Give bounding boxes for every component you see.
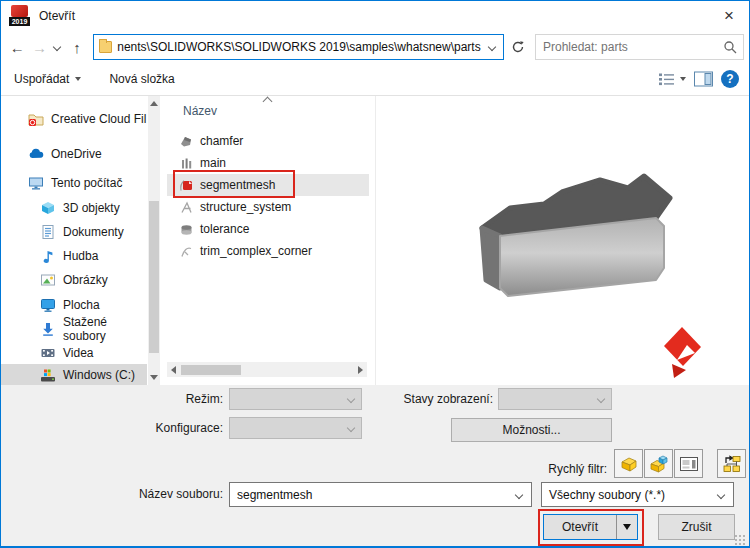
- scroll-up-icon[interactable]: [150, 101, 158, 106]
- quick-filter-label: Rychlý filtr:: [497, 462, 607, 476]
- chevron-down-icon: [597, 395, 605, 403]
- new-folder-label: Nová složka: [109, 72, 174, 86]
- video-icon: [40, 345, 56, 361]
- solidworks-year-label: 2019: [9, 17, 30, 26]
- filename-input[interactable]: segmentmesh: [229, 482, 532, 507]
- open-button[interactable]: Otevřít: [544, 515, 616, 539]
- filetype-combobox[interactable]: Všechny soubory (*.*): [541, 482, 734, 507]
- sidebar-item-documents[interactable]: Dokumenty: [1, 221, 147, 243]
- mode-label: Režim:: [123, 392, 223, 406]
- preview-pane-icon[interactable]: [694, 71, 713, 87]
- sidebar-item-label: Creative Cloud Fil: [51, 112, 146, 126]
- search-placeholder[interactable]: Prohledat: parts: [536, 40, 717, 54]
- download-arrow-icon: [40, 321, 56, 337]
- display-states-label: Stavy zobrazení:: [371, 392, 493, 406]
- 3d-cube-icon: [40, 200, 56, 216]
- organize-label: Uspořádat: [14, 72, 69, 86]
- column-header-name[interactable]: Název: [183, 104, 217, 118]
- chevron-down-icon: [347, 395, 355, 403]
- assembly-filter-icon: [649, 454, 669, 474]
- file-row-main[interactable]: main: [167, 152, 369, 174]
- filelist-horizontal-scrollbar[interactable]: [167, 362, 367, 377]
- organize-menu[interactable]: Uspořádat: [14, 72, 81, 86]
- address-bar[interactable]: nents\SOLIDWORKS\SOLIDWORKS 2019\samples…: [93, 34, 503, 60]
- search-box[interactable]: Prohledat: parts: [535, 34, 744, 60]
- scroll-down-icon[interactable]: [150, 375, 158, 380]
- chevron-down-icon: [717, 490, 725, 498]
- scroll-right-icon[interactable]: [358, 366, 363, 374]
- configuration-label: Konfigurace:: [123, 421, 223, 435]
- view-mode-button[interactable]: [658, 72, 686, 87]
- chevron-down-icon: [487, 43, 495, 51]
- resize-grip[interactable]: [734, 534, 746, 546]
- back-button[interactable]: ←: [5, 39, 29, 56]
- search-icon[interactable]: [717, 40, 743, 54]
- filter-top-level-button[interactable]: [717, 449, 746, 478]
- sidebar-item-desktop[interactable]: Plocha: [1, 294, 147, 316]
- file-row-trim-complex-corner[interactable]: trim_complex_corner: [167, 240, 369, 262]
- refresh-button[interactable]: [506, 34, 530, 60]
- folder-icon: [99, 41, 112, 53]
- sidebar-item-3d-objects[interactable]: 3D objekty: [1, 197, 147, 219]
- magnifier-icon: [723, 40, 737, 54]
- options-button[interactable]: Možnosti...: [451, 418, 612, 442]
- forward-button: →: [29, 39, 50, 56]
- dialog-bottom-panel: Režim: Stavy zobrazení: Konfigurace: Mož…: [1, 385, 749, 547]
- scrollbar-thumb[interactable]: [149, 201, 159, 353]
- filter-drawings-button[interactable]: [674, 449, 703, 478]
- solidworks-part-logo: [662, 326, 702, 380]
- navigation-row: ← → ↑ nents\SOLIDWORKS\SOLIDWORKS 2019\s…: [1, 31, 749, 63]
- solidworks-cube-icon: [11, 5, 28, 17]
- file-row-chamfer[interactable]: chamfer: [167, 130, 369, 152]
- recent-locations-dropdown[interactable]: [50, 44, 65, 50]
- part-file-icon: [179, 200, 194, 215]
- creative-cloud-icon: [28, 111, 44, 127]
- sidebar-item-onedrive[interactable]: OneDrive: [1, 143, 147, 165]
- sidebar-item-label: Windows (C:): [63, 368, 135, 382]
- sidebar-item-pictures[interactable]: Obrázky: [1, 269, 147, 291]
- sidebar-item-downloads[interactable]: Stažené soubory: [1, 318, 147, 340]
- file-row-tolerance[interactable]: tolerance: [167, 218, 369, 240]
- chevron-down-icon: [680, 77, 686, 81]
- open-split-button[interactable]: Otevřít: [543, 514, 638, 540]
- address-dropdown[interactable]: [481, 44, 503, 50]
- filename-label: Název souboru:: [119, 487, 223, 501]
- file-name: tolerance: [200, 222, 249, 236]
- window-title: Otevřít: [39, 9, 75, 23]
- sidebar-item-label: Dokumenty: [63, 225, 124, 239]
- file-name: structure_system: [200, 200, 291, 214]
- top-level-filter-icon: [722, 454, 742, 474]
- part-file-icon: [179, 222, 194, 237]
- scrollbar-thumb[interactable]: [181, 365, 241, 375]
- new-folder-button[interactable]: Nová složka: [109, 72, 174, 86]
- sidebar-item-this-pc[interactable]: Tento počítač: [1, 172, 147, 194]
- file-row-segmentmesh[interactable]: segmentmesh: [167, 174, 369, 196]
- display-states-combobox: [498, 388, 612, 410]
- file-list: Název chamfer main: [163, 96, 375, 385]
- command-toolbar: Uspořádat Nová složka ?: [1, 63, 749, 96]
- help-button[interactable]: ?: [721, 70, 739, 88]
- filetype-dropdown[interactable]: [709, 492, 733, 498]
- sidebar-item-music[interactable]: Hudba: [1, 245, 147, 267]
- scroll-left-icon[interactable]: [171, 366, 176, 374]
- address-path[interactable]: nents\SOLIDWORKS\SOLIDWORKS 2019\samples…: [117, 40, 480, 54]
- sidebar-item-windows-c[interactable]: Windows (C:): [1, 364, 147, 386]
- solidworks-2019-icon: 2019: [9, 5, 30, 27]
- filename-value[interactable]: segmentmesh: [230, 488, 507, 502]
- preview-pane: [375, 96, 749, 385]
- filter-assemblies-button[interactable]: [644, 449, 673, 478]
- list-view-icon: [658, 72, 675, 87]
- sidebar-item-videos[interactable]: Videa: [1, 342, 147, 364]
- file-name: segmentmesh: [200, 178, 275, 192]
- configuration-combobox: [229, 417, 362, 439]
- filter-parts-button[interactable]: [614, 449, 643, 478]
- sidebar-item-creative-cloud[interactable]: Creative Cloud Fil: [1, 108, 147, 130]
- sidebar-scrollbar[interactable]: [148, 96, 160, 385]
- close-icon[interactable]: ×: [709, 1, 749, 31]
- file-row-structure-system[interactable]: structure_system: [167, 196, 369, 218]
- cancel-button[interactable]: Zrušit: [658, 514, 735, 540]
- open-dropdown-arrow[interactable]: [616, 515, 637, 539]
- up-button[interactable]: ↑: [65, 39, 89, 56]
- filename-history-dropdown[interactable]: [507, 492, 531, 498]
- drawing-filter-icon: [679, 454, 699, 474]
